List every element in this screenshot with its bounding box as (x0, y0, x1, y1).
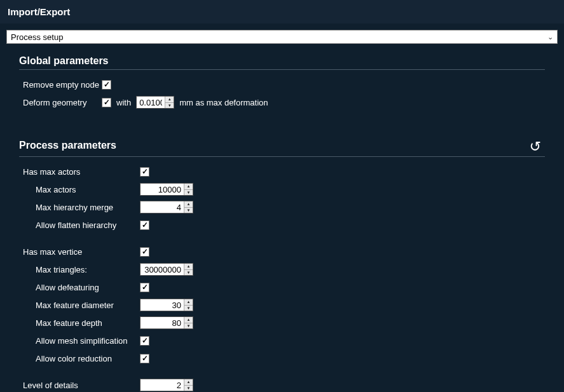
max-feature-diameter-input[interactable] (141, 299, 184, 311)
max-feature-diameter-spin-up[interactable]: ▲ (184, 299, 193, 306)
has-max-actors-row: Has max actors (19, 163, 545, 180)
allow-flatten-hierarchy-label: Allow flatten hierarchy (19, 220, 140, 230)
remove-empty-node-row: Remove empty node (19, 76, 545, 93)
level-of-details-row: Level of details ▲ ▼ (19, 377, 545, 392)
level-of-details-spin-up[interactable]: ▲ (184, 379, 193, 386)
has-max-actors-checkbox[interactable] (140, 167, 149, 177)
max-actors-spinbox[interactable]: ▲ ▼ (140, 183, 193, 196)
allow-color-reduction-checkbox[interactable] (140, 354, 149, 363)
panel-title: Import/Export (8, 6, 70, 17)
max-feature-depth-input[interactable] (141, 317, 184, 328)
max-actors-spin-down[interactable]: ▼ (184, 190, 193, 196)
process-title-row: Process parameters ↻ (19, 137, 545, 156)
has-max-vertice-row: Has max vertice (19, 243, 545, 260)
max-feature-depth-spin-down[interactable]: ▼ (184, 323, 193, 329)
max-triangles-input[interactable] (141, 264, 184, 275)
max-hierarchy-merge-input[interactable] (141, 201, 184, 213)
remove-empty-node-label: Remove empty node (19, 80, 102, 90)
has-max-actors-label: Has max actors (19, 167, 140, 177)
deform-value-input[interactable] (137, 97, 165, 108)
max-triangles-spin-buttons: ▲ ▼ (184, 264, 193, 275)
deform-spin-down[interactable]: ▼ (165, 103, 174, 109)
dropdown-container: Process setup ⌄ (0, 24, 564, 44)
max-hierarchy-merge-spin-buttons: ▲ ▼ (184, 201, 193, 213)
max-triangles-row: Max triangles: ▲ ▼ (19, 261, 545, 278)
max-feature-depth-spinbox[interactable]: ▲ ▼ (140, 316, 193, 329)
max-triangles-spin-up[interactable]: ▲ (184, 264, 193, 270)
max-actors-label: Max actors (19, 185, 140, 194)
max-triangles-label: Max triangles: (19, 265, 140, 274)
deform-geometry-label: Deform geometry (19, 98, 102, 107)
max-feature-diameter-spin-down[interactable]: ▼ (184, 306, 193, 311)
max-feature-depth-label: Max feature depth (19, 318, 140, 328)
allow-flatten-hierarchy-checkbox[interactable] (140, 220, 149, 230)
deform-geometry-row: Deform geometry with ▲ ▼ mm as max defor… (19, 94, 545, 111)
deform-geometry-checkbox[interactable] (102, 98, 111, 107)
max-actors-input[interactable] (141, 184, 184, 195)
global-parameters-title: Global parameters (19, 55, 545, 67)
max-hierarchy-merge-spin-up[interactable]: ▲ (184, 201, 193, 208)
deform-with-text: with (116, 98, 131, 107)
panel-header: Import/Export (0, 0, 564, 24)
level-of-details-spin-down[interactable]: ▼ (184, 386, 193, 391)
max-feature-diameter-label: Max feature diameter (19, 301, 140, 310)
max-hierarchy-merge-row: Max hierarchy merge ▲ ▼ (19, 199, 545, 215)
global-divider (19, 69, 545, 70)
allow-mesh-simplification-checkbox[interactable] (140, 336, 149, 346)
level-of-details-spinbox[interactable]: ▲ ▼ (140, 379, 193, 391)
content-area: Global parameters Remove empty node Defo… (0, 44, 564, 392)
chevron-down-icon: ⌄ (547, 33, 553, 41)
max-feature-diameter-spin-buttons: ▲ ▼ (184, 299, 193, 311)
has-max-vertice-checkbox[interactable] (140, 247, 149, 257)
allow-flatten-hierarchy-row: Allow flatten hierarchy (19, 217, 545, 233)
max-actors-row: Max actors ▲ ▼ (19, 181, 545, 198)
process-parameters-title: Process parameters (19, 140, 116, 151)
allow-defeaturing-row: Allow defeaturing (19, 279, 545, 295)
max-actors-spin-up[interactable]: ▲ (184, 184, 193, 190)
process-divider (19, 156, 545, 157)
remove-empty-node-checkbox[interactable] (102, 80, 111, 90)
max-triangles-spinbox[interactable]: ▲ ▼ (140, 263, 193, 276)
has-max-vertice-label: Has max vertice (19, 247, 140, 257)
max-feature-depth-row: Max feature depth ▲ ▼ (19, 314, 545, 331)
level-of-details-spin-buttons: ▲ ▼ (184, 379, 193, 391)
reset-icon[interactable]: ↻ (526, 137, 545, 156)
level-of-details-input[interactable] (141, 379, 184, 391)
max-feature-depth-spin-up[interactable]: ▲ (184, 317, 193, 323)
process-setup-dropdown[interactable]: Process setup ⌄ (6, 30, 558, 44)
max-actors-spin-buttons: ▲ ▼ (184, 184, 193, 195)
allow-mesh-simplification-row: Allow mesh simplification (19, 332, 545, 349)
max-hierarchy-merge-spinbox[interactable]: ▲ ▼ (140, 201, 193, 213)
allow-defeaturing-checkbox[interactable] (140, 283, 149, 292)
max-feature-depth-spin-buttons: ▲ ▼ (184, 317, 193, 328)
allow-defeaturing-label: Allow defeaturing (19, 283, 140, 292)
allow-mesh-simplification-label: Allow mesh simplification (19, 336, 140, 346)
max-feature-diameter-row: Max feature diameter ▲ ▼ (19, 297, 545, 313)
deform-value-spinbox[interactable]: ▲ ▼ (136, 96, 174, 109)
deform-spin-up[interactable]: ▲ (165, 97, 174, 103)
deform-suffix-text: mm as max deformation (179, 98, 268, 107)
max-hierarchy-merge-spin-down[interactable]: ▼ (184, 208, 193, 213)
allow-color-reduction-label: Allow color reduction (19, 354, 140, 363)
level-of-details-label: Level of details (19, 381, 140, 390)
allow-color-reduction-row: Allow color reduction (19, 350, 545, 367)
max-feature-diameter-spinbox[interactable]: ▲ ▼ (140, 299, 193, 311)
deform-spin-buttons: ▲ ▼ (165, 97, 174, 108)
max-hierarchy-merge-label: Max hierarchy merge (19, 203, 140, 212)
dropdown-selected-label: Process setup (11, 32, 63, 42)
max-triangles-spin-down[interactable]: ▼ (184, 270, 193, 276)
